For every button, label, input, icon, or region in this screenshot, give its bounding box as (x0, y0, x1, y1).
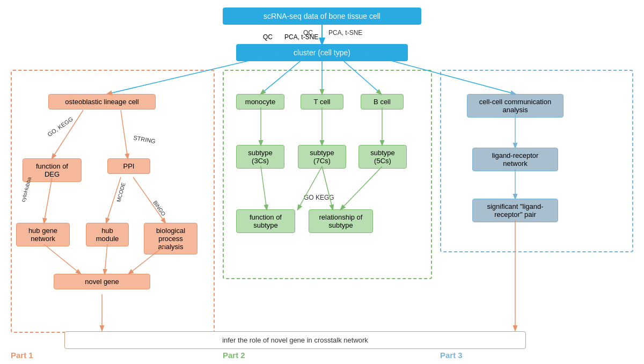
subtype-7cs-box: subtype(7Cs) (298, 145, 346, 169)
ppi-box: PPI (107, 158, 150, 174)
scrna-seq-box: scRNA-seq data of bone tissue cell (223, 8, 421, 25)
monocyte-box: monocyte (236, 94, 284, 110)
part3-label: Part 3 (440, 351, 463, 360)
svg-text:PCA, t-SNE: PCA, t-SNE (328, 29, 362, 37)
bottom-bar: infer the role of novel gene in crosstal… (64, 331, 526, 349)
t-cell-box: T cell (301, 94, 343, 110)
hub-gene-box: hub genenetwork (16, 223, 70, 246)
relationship-subtype-box: relationship ofsubtype (309, 209, 373, 233)
function-deg-box: function ofDEG (23, 158, 82, 182)
pca-tsne-label: PCA, t-SNE (284, 33, 318, 41)
cell-cell-box: cell-cell communicationanalysis (467, 94, 564, 118)
subtype-5cs-box: subtype(5Cs) (358, 145, 407, 169)
ligand-receptor-box: ligand-receptornetwork (472, 148, 558, 171)
significant-pair-box: significant "ligand-receptor" pair (472, 199, 558, 222)
bio-process-box: biological processanalysis (144, 223, 197, 254)
part1-label: Part 1 (11, 351, 33, 360)
function-subtype-box: function ofsubtype (236, 209, 295, 233)
subtype-3cs-box: subtype(3Cs) (236, 145, 284, 169)
function-deg-label: function ofDEG (36, 162, 68, 178)
cluster-box: cluster (cell type) (236, 44, 408, 61)
novel-gene-box: novel gene (54, 274, 150, 289)
part2-label: Part 2 (223, 351, 245, 360)
osteoblastic-box: osteoblastic lineage cell (48, 94, 156, 110)
diagram-container: Part 1 Part 2 Part 3 scRNA-seq data of b… (0, 0, 644, 364)
qc-label: QC (263, 33, 273, 41)
hub-module-box: hubmodule (86, 223, 129, 246)
b-cell-box: B cell (361, 94, 404, 110)
